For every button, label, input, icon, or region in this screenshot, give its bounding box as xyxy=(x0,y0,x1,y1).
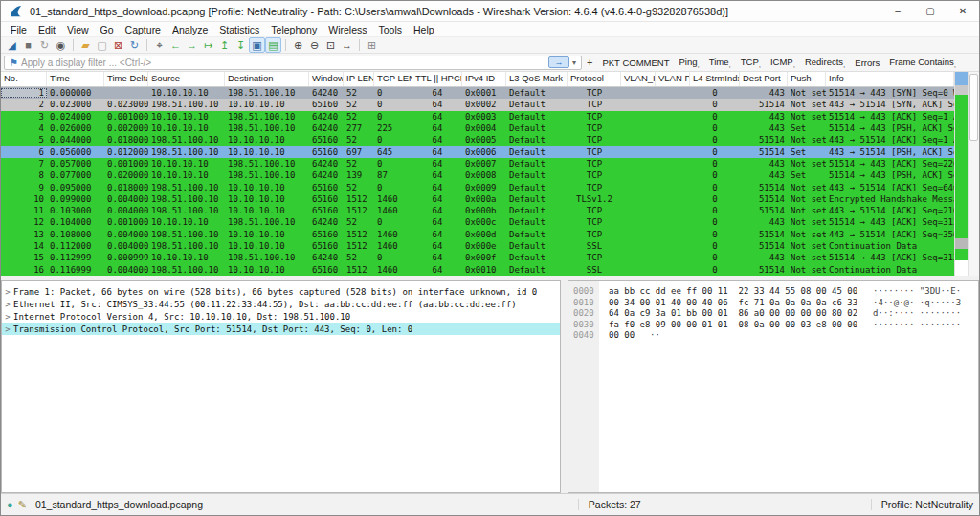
hex-row[interactable]: 0030fa f0 e8 09 00 00 01 01 08 0a 00 00 … xyxy=(568,320,978,331)
scrollbar-thumb[interactable] xyxy=(969,74,978,141)
zoom-out-button[interactable]: ⊖ xyxy=(306,37,323,53)
go-back-button[interactable]: ← xyxy=(167,37,184,53)
packet-row[interactable]: 60.0560000.012000198.51.100.1010.10.10.1… xyxy=(1,146,954,157)
apply-filter-button[interactable]: → xyxy=(548,56,569,68)
packet-row[interactable]: 50.0440000.018000198.51.100.1010.10.10.1… xyxy=(1,134,954,146)
column-header-vlan-pri[interactable]: VLAN Pri xyxy=(656,72,690,86)
packet-row[interactable]: 70.0570000.00100010.10.10.10198.51.100.1… xyxy=(1,158,954,169)
filter-history-caret-icon[interactable]: ▾ xyxy=(569,58,579,67)
maximize-button[interactable]: ▢ xyxy=(914,1,947,22)
packet-row[interactable]: 130.1080000.004000198.51.100.1010.10.10.… xyxy=(1,229,954,240)
open-file-button[interactable]: ▰ xyxy=(78,37,94,53)
menu-help[interactable]: Help xyxy=(408,24,440,35)
auto-scroll-button[interactable]: ▣ xyxy=(249,37,265,53)
packet-row[interactable]: 10.00000010.10.10.10198.51.100.106424052… xyxy=(1,87,954,99)
packet-minimap[interactable] xyxy=(954,72,968,276)
filter-button-errors[interactable]: Errors xyxy=(855,57,880,68)
packet-row[interactable]: 80.0770000.02000010.10.10.10198.51.100.1… xyxy=(1,169,954,181)
column-header-protocol[interactable]: Protocol xyxy=(568,72,621,86)
go-to-packet-button[interactable]: ↦ xyxy=(200,37,216,53)
column-header-ip-len[interactable]: IP LEN xyxy=(344,72,374,86)
hex-row[interactable]: 002064 0a c9 3a 01 bb 00 01 86 a0 00 00 … xyxy=(568,308,978,320)
packet-list-header[interactable]: No.TimeTime DeltaSourceDestinationWindow… xyxy=(1,72,954,87)
column-header-no[interactable]: No. xyxy=(1,72,47,86)
details-hex-splitter[interactable] xyxy=(561,280,568,493)
start-capture-button[interactable]: ◢ xyxy=(4,37,20,53)
restart-capture-button[interactable]: ↻ xyxy=(36,37,53,53)
display-filter-input[interactable] xyxy=(21,57,546,68)
filter-button-time[interactable]: Time, xyxy=(709,56,731,69)
zoom-original-button[interactable]: ⊡ xyxy=(323,37,339,53)
column-header-l4-strmindx[interactable]: L4 StrmIndx xyxy=(690,72,740,86)
reload-file-button[interactable]: ↻ xyxy=(126,37,143,53)
detail-tree-row[interactable]: >Frame 1: Packet, 66 bytes on wire (528 … xyxy=(2,285,560,298)
packet-list-scrollbar[interactable] xyxy=(968,72,979,276)
find-packet-button[interactable]: ⌖ xyxy=(151,37,167,53)
menu-tools[interactable]: Tools xyxy=(372,24,408,35)
column-header-destination[interactable]: Destination xyxy=(225,72,309,86)
resize-columns-button[interactable]: ↔ xyxy=(339,37,355,53)
column-header-dest-port[interactable]: Dest Port xyxy=(740,72,788,86)
detail-tree-row[interactable]: >Ethernet II, Src: CIMSYS_33:44:55 (00:1… xyxy=(2,298,560,310)
zoom-in-button[interactable]: ⊕ xyxy=(290,37,306,53)
hex-row[interactable]: 0000aa bb cc dd ee ff 00 11 22 33 44 55 … xyxy=(568,286,978,298)
packet-row[interactable]: 140.1120000.004000198.51.100.1010.10.10.… xyxy=(1,240,954,252)
detail-tree-row[interactable]: >Transmission Control Protocol, Src Port… xyxy=(2,323,560,335)
menu-file[interactable]: File xyxy=(5,24,33,35)
menu-view[interactable]: View xyxy=(61,24,95,35)
go-forward-button[interactable]: → xyxy=(184,37,200,53)
hex-row[interactable]: 001000 34 00 01 40 00 40 06 fc 71 0a 0a … xyxy=(568,298,978,309)
column-header-tcp-len[interactable]: TCP LEN xyxy=(374,72,412,86)
colorize-button[interactable]: ▤ xyxy=(265,37,281,53)
column-header-vlan-id[interactable]: VLAN_ID xyxy=(621,72,656,86)
close-button[interactable]: ✕ xyxy=(947,1,979,22)
capture-comment-icon[interactable]: ✎ xyxy=(18,499,27,511)
packet-row[interactable]: 110.1030000.004000198.51.100.1010.10.10.… xyxy=(1,205,954,216)
filter-button-redirects[interactable]: Redirects, xyxy=(805,56,845,69)
column-header-window[interactable]: Window xyxy=(309,72,344,86)
minimize-button[interactable]: – xyxy=(881,1,914,22)
statusbar-profile[interactable]: Profile: NetNeutrality xyxy=(871,499,973,510)
expander-icon[interactable]: > xyxy=(2,312,13,322)
packet-row[interactable]: 120.1040000.00100010.10.10.10198.51.100.… xyxy=(1,216,954,228)
filter-button-frame-contains[interactable]: Frame Contains, xyxy=(889,56,956,69)
menu-go[interactable]: Go xyxy=(95,24,120,35)
packet-row[interactable]: 20.0230000.023000198.51.100.1010.10.10.1… xyxy=(1,99,954,110)
expander-icon[interactable]: > xyxy=(2,287,13,297)
stop-capture-button[interactable]: ■ xyxy=(20,37,36,53)
display-filter-field[interactable]: ⚑ → ▾ xyxy=(4,56,582,70)
packet-row[interactable]: 100.0990000.004000198.51.100.1010.10.10.… xyxy=(1,193,954,205)
column-header-source[interactable]: Source xyxy=(148,72,225,86)
filter-button-tcp[interactable]: TCP, xyxy=(741,56,761,69)
go-last-button[interactable]: ↧ xyxy=(233,37,249,53)
expert-info-icon[interactable]: ● xyxy=(7,499,13,510)
column-header-time-delta[interactable]: Time Delta xyxy=(104,72,148,86)
packet-row[interactable]: 40.0260000.00200010.10.10.10198.51.100.1… xyxy=(1,123,954,134)
menu-edit[interactable]: Edit xyxy=(33,24,61,35)
go-first-button[interactable]: ↥ xyxy=(216,37,233,53)
hex-row[interactable]: 004000 00·· xyxy=(568,330,978,342)
column-header-time[interactable]: Time xyxy=(47,72,104,86)
menu-analyze[interactable]: Analyze xyxy=(167,24,213,35)
menu-wireless[interactable]: Wireless xyxy=(323,24,372,35)
layout-button[interactable]: ⊞ xyxy=(364,37,380,53)
capture-options-button[interactable]: ◉ xyxy=(53,37,69,53)
filter-button-pkt-comment[interactable]: PKT COMMENT xyxy=(602,57,669,68)
packet-row[interactable]: 150.1129990.00099910.10.10.10198.51.100.… xyxy=(1,252,954,263)
packet-row[interactable]: 160.1169990.004000198.51.100.1010.10.10.… xyxy=(1,263,954,275)
filter-button-ping[interactable]: Ping, xyxy=(679,56,699,69)
expander-icon[interactable]: > xyxy=(2,300,13,309)
packet-row[interactable]: 90.0950000.018000198.51.100.1010.10.10.1… xyxy=(1,181,954,192)
detail-tree-row[interactable]: >Internet Protocol Version 4, Src: 10.10… xyxy=(2,310,560,323)
column-header-push[interactable]: Push xyxy=(788,72,826,86)
menu-capture[interactable]: Capture xyxy=(120,24,167,35)
column-header-info[interactable]: Info xyxy=(826,72,954,86)
close-file-button[interactable]: ⊠ xyxy=(110,37,126,53)
packet-row[interactable]: 30.0240000.00100010.10.10.10198.51.100.1… xyxy=(1,111,954,123)
filter-button-icmp[interactable]: ICMP, xyxy=(770,56,795,69)
bookmark-icon[interactable]: ⚑ xyxy=(10,57,18,68)
column-header-ttl-hpcnt[interactable]: TTL || HPCNT xyxy=(412,72,462,86)
column-header-l3-qos-mark[interactable]: L3 QoS Mark xyxy=(506,72,568,86)
menu-statistics[interactable]: Statistics xyxy=(213,24,265,35)
menu-telephony[interactable]: Telephony xyxy=(265,24,323,35)
